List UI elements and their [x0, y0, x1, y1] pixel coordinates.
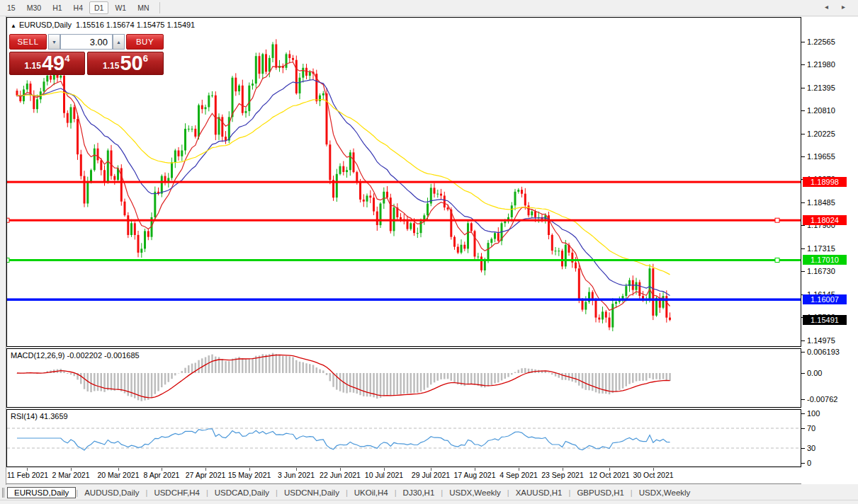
price-tick-mark [801, 88, 805, 88]
main-chart-panel[interactable]: ▲EURUSD,Daily 1.15516 1.15674 1.15475 1.… [6, 17, 801, 347]
hline-price-label-1.18024: 1.18024 [803, 215, 847, 225]
date-label: 17 Aug 2021 [454, 471, 496, 479]
rsi-tick-label: 0 [807, 459, 811, 467]
macd-tick-label: 0.006193 [807, 348, 840, 356]
timeframe-button-h4[interactable]: H4 [69, 1, 88, 14]
bid-big-digits: 49 [42, 53, 64, 74]
chart-tab-eurusd-daily[interactable]: EURUSD,Daily [7, 487, 76, 498]
date-label: 29 Jul 2021 [412, 471, 450, 479]
date-label: 8 Apr 2021 [144, 471, 180, 479]
timeframe-button-15[interactable]: 15 [2, 1, 21, 14]
price-tick-label: 1.19655 [807, 152, 835, 161]
chart-symbol-label: EURUSD,Daily [19, 21, 72, 29]
price-tick-mark [801, 64, 805, 65]
chart-tab-xauusd-h1[interactable]: XAUUSD,H1 [509, 488, 569, 498]
chart-tab-usdcad-daily[interactable]: USDCAD,Daily [208, 488, 276, 498]
price-tick-label: 1.14975 [807, 336, 835, 345]
current-price-label: 1.15491 [803, 315, 847, 325]
ask-prefix: 1.15 [103, 61, 119, 71]
date-label: 3 Jun 2021 [278, 471, 315, 479]
timeframe-button-mn[interactable]: MN [132, 1, 154, 14]
chart-header: ▲EURUSD,Daily 1.15516 1.15674 1.15475 1.… [11, 21, 195, 29]
timeframe-button-d1[interactable]: D1 [89, 1, 108, 14]
price-tick-mark [801, 156, 805, 157]
chart-tab-usdx-weekly[interactable]: USDX,Weekly [443, 488, 507, 498]
macd-tick-label: 0.00 [807, 369, 822, 377]
rsi-line [17, 429, 670, 450]
date-label: 20 Mar 2021 [98, 471, 140, 479]
chart-tab-ukoil-h4[interactable]: UKOil,H4 [348, 488, 395, 498]
price-tick-label: 1.16730 [807, 267, 835, 275]
rsi-tick-mark [801, 463, 805, 464]
chart-tab-audusd-daily[interactable]: AUDUSD,Daily [78, 488, 145, 498]
macd-histogram [16, 353, 671, 401]
macd-tick-label: -0.00762 [807, 395, 837, 403]
sell-button[interactable]: SELL [9, 34, 47, 50]
price-tick-label: 1.18485 [807, 198, 835, 207]
volume-decrease-button[interactable]: ▼ [48, 34, 60, 50]
chart-tab-usdx-weekly-2[interactable]: USDX,Weekly [633, 488, 697, 498]
price-tick-label: 1.21395 [807, 84, 835, 92]
one-click-trade-widget: SELL ▼ ▲ BUY 1.15 49 4 1.15 50 6 [9, 33, 166, 93]
ma-fast-line [17, 62, 670, 311]
date-label: 30 Oct 2021 [633, 471, 673, 479]
chart-tab-gbpusd-h1[interactable]: GBPUSD,H1 [570, 488, 630, 498]
tabs-scroll-left-icon[interactable]: ◂ [825, 3, 828, 11]
rsi-indicator-panel[interactable]: RSI(14) 41.3659 [6, 409, 801, 467]
date-label: 15 May 2021 [228, 471, 271, 479]
timeframe-button-h1[interactable]: H1 [47, 1, 67, 14]
ask-pip-digit: 6 [143, 53, 148, 64]
price-tick-label: 1.20810 [807, 106, 835, 115]
hline-price-label-1.17010: 1.17010 [803, 255, 847, 265]
collapse-triangle-icon[interactable]: ▲ [11, 23, 16, 29]
rsi-title: RSI(14) 41.3659 [11, 412, 68, 420]
chart-tab-usdchf-h4[interactable]: USDCHF,H4 [147, 488, 206, 498]
time-scale[interactable]: 11 Feb 20212 Mar 202120 Mar 20218 Apr 20… [6, 468, 801, 484]
macd-tick-mark [801, 399, 805, 400]
date-label: 12 Oct 2021 [589, 471, 629, 479]
status-strip [0, 500, 858, 504]
buy-button[interactable]: BUY [126, 34, 164, 50]
price-tick-mark [801, 110, 805, 111]
ask-quote-panel[interactable]: 1.15 50 6 [87, 52, 164, 75]
hline-1.18998 [7, 181, 801, 183]
price-tick-mark [801, 340, 805, 341]
rsi-tick-label: 100 [807, 409, 820, 418]
hline-1.16007 [7, 298, 801, 301]
ma-mid-line [17, 80, 670, 296]
price-tick-label: 1.17315 [807, 244, 835, 253]
chart-tab-dj30-h1[interactable]: DJ30,H1 [397, 488, 441, 498]
bid-quote-panel[interactable]: 1.15 49 4 [9, 52, 85, 75]
timeframe-toolbar: 15M30H1H4D1W1MN [0, 0, 858, 16]
macd-indicator-panel[interactable]: MACD(12,26,9) -0.002202 -0.001685 [6, 348, 801, 408]
chart-tab-usdcnh-daily[interactable]: USDCNH,Daily [278, 488, 346, 498]
toolbar-separator [159, 2, 160, 13]
macd-title: MACD(12,26,9) -0.002202 -0.001685 [11, 351, 140, 360]
price-tick-mark [801, 202, 805, 203]
price-tick-label: 1.20225 [807, 130, 835, 138]
date-label: 11 Feb 2021 [7, 471, 48, 479]
rsi-tick-label: 70 [807, 424, 815, 433]
date-label: 27 Apr 2021 [186, 471, 226, 479]
tab-bar-grip [2, 488, 4, 498]
bid-prefix: 1.15 [25, 61, 41, 71]
rsi-tick-mark [801, 428, 805, 429]
volume-input[interactable] [60, 34, 113, 50]
chart-ohlc-quotes: 1.15516 1.15674 1.15475 1.15491 [76, 21, 195, 29]
price-tick-label: 1.21980 [807, 60, 835, 69]
timeframe-button-m30[interactable]: M30 [22, 1, 46, 14]
price-scale[interactable]: 1.225651.219801.213951.208101.202251.196… [801, 17, 858, 484]
date-label: 4 Sep 2021 [499, 471, 538, 479]
price-tick-mark [801, 134, 805, 134]
ask-big-digits: 50 [120, 53, 142, 74]
hline-price-label-1.18998: 1.18998 [803, 177, 847, 187]
volume-increase-button[interactable]: ▲ [113, 34, 125, 50]
rsi-canvas [7, 410, 801, 468]
hline-price-label-1.16007: 1.16007 [803, 294, 847, 304]
rsi-tick-mark [801, 448, 805, 449]
rsi-tick-label: 30 [807, 444, 815, 452]
rsi-tick-mark [801, 413, 805, 414]
timeframe-button-w1[interactable]: W1 [110, 1, 131, 14]
date-label: 22 Jun 2021 [320, 471, 361, 479]
tabs-scroll-right-icon[interactable]: ▸ [842, 3, 845, 11]
